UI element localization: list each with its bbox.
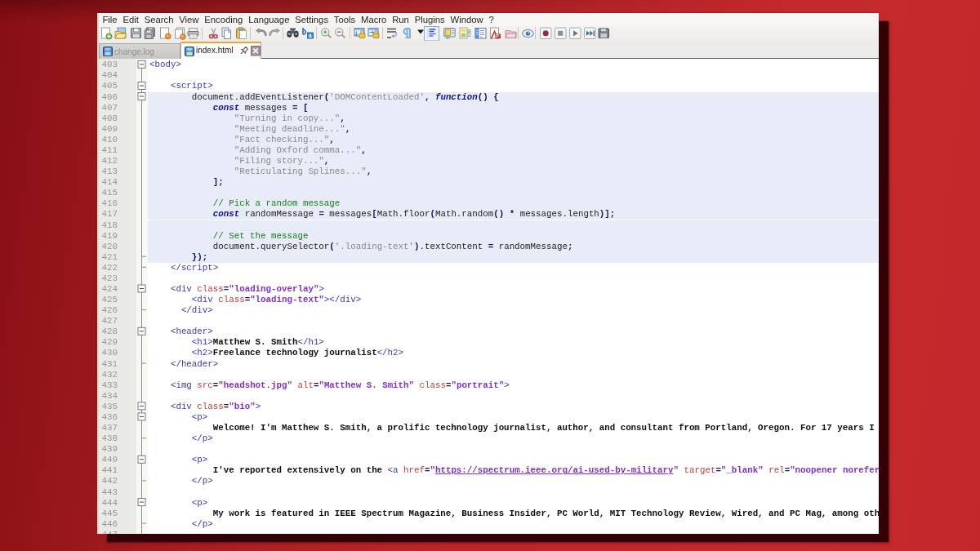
- svg-text:a: a: [309, 33, 312, 38]
